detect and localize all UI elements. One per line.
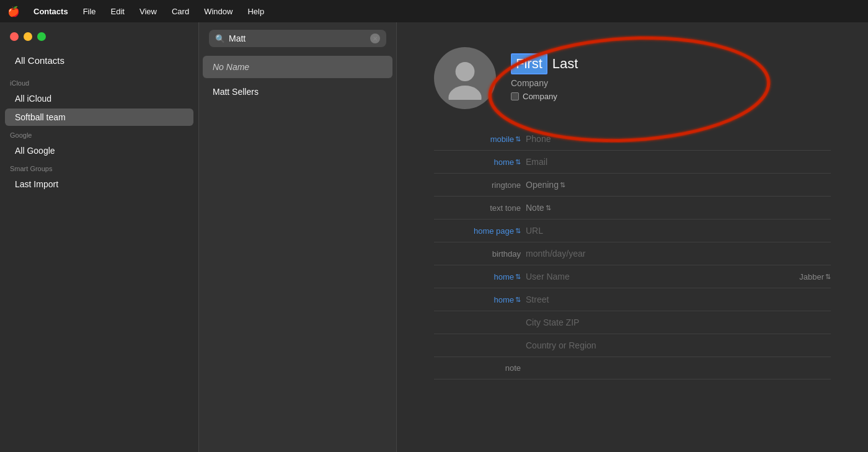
sidebar-section-smart-groups: Smart Groups [0, 160, 198, 175]
jabber-username-value[interactable]: User Name [526, 272, 794, 281]
company-checkbox[interactable] [511, 92, 519, 100]
street-stepper[interactable]: ⇅ [515, 296, 521, 304]
street-label[interactable]: home ⇅ [434, 295, 521, 304]
email-value[interactable]: Email [526, 157, 831, 167]
ringtone-dropdown-arrow: ⇅ [560, 181, 565, 189]
close-button[interactable] [10, 32, 19, 41]
form-section: mobile ⇅ Phone home ⇅ Email ringtone [434, 128, 831, 379]
email-label[interactable]: home ⇅ [434, 157, 521, 167]
jabber-label[interactable]: home ⇅ [434, 272, 521, 281]
search-wrapper: 🔍 ✕ [209, 30, 386, 47]
field-row-text-tone: text tone Note ⇅ [434, 197, 831, 219]
field-row-email: home ⇅ Email [434, 151, 831, 174]
sidebar: All Contacts iCloud All iCloud Softball … [0, 22, 198, 452]
field-row-phone: mobile ⇅ Phone [434, 128, 831, 151]
menu-card[interactable]: Card [166, 4, 195, 19]
contact-list-panel: 🔍 ✕ No Name Matt Sellers [198, 22, 397, 452]
contact-list-item-matt-sellers[interactable]: Matt Sellers [203, 81, 392, 103]
sidebar-item-softball-team[interactable]: Softball team [5, 109, 193, 126]
text-tone-dropdown-arrow: ⇅ [546, 204, 551, 212]
traffic-lights [0, 32, 198, 51]
menu-window[interactable]: Window [198, 4, 239, 19]
detail-panel: First Last Company Company mobile ⇅ Phon… [397, 22, 868, 452]
company-checkbox-row: Company [511, 92, 578, 101]
last-name-field[interactable]: Last [552, 56, 578, 72]
email-stepper[interactable]: ⇅ [515, 158, 521, 166]
menubar: 🍎 Contacts File Edit View Card Window He… [0, 0, 868, 22]
contact-list-item-no-name[interactable]: No Name [203, 56, 392, 78]
text-tone-value[interactable]: Note ⇅ [526, 203, 831, 213]
home-page-value[interactable]: URL [526, 226, 831, 236]
field-row-birthday: birthday month/day/year [434, 242, 831, 265]
jabber-service-label[interactable]: Jabber ⇅ [799, 272, 831, 281]
field-row-jabber: home ⇅ User Name Jabber ⇅ [434, 265, 831, 288]
field-row-city: City State ZIP [434, 311, 831, 334]
field-row-country: Country or Region [434, 334, 831, 357]
contact-name-section: First Last Company Company [511, 47, 578, 101]
sidebar-item-all-google[interactable]: All Google [5, 142, 193, 159]
city-value[interactable]: City State ZIP [526, 317, 831, 327]
avatar [434, 47, 496, 109]
birthday-label: birthday [434, 249, 521, 259]
maximize-button[interactable] [37, 32, 46, 41]
minimize-button[interactable] [24, 32, 32, 41]
street-value[interactable]: Street [526, 295, 831, 304]
ringtone-value[interactable]: Opening ⇅ [526, 180, 831, 190]
apple-menu[interactable]: 🍎 [7, 6, 20, 17]
menu-file[interactable]: File [77, 4, 102, 19]
field-row-street: home ⇅ Street [434, 288, 831, 311]
field-row-ringtone: ringtone Opening ⇅ [434, 174, 831, 197]
sidebar-section-icloud: iCloud [0, 74, 198, 89]
search-icon: 🔍 [215, 34, 225, 43]
sidebar-item-all-icloud[interactable]: All iCloud [5, 90, 193, 107]
note-label: note [434, 363, 521, 373]
field-row-note: note [434, 357, 831, 379]
phone-value[interactable]: Phone [526, 134, 831, 144]
ringtone-label: ringtone [434, 180, 521, 190]
search-clear-button[interactable]: ✕ [370, 33, 380, 43]
avatar-icon [443, 56, 487, 100]
menu-view[interactable]: View [133, 4, 163, 19]
jabber-stepper[interactable]: ⇅ [515, 273, 521, 281]
jabber-dropdown-arrow: ⇅ [825, 273, 831, 281]
birthday-value[interactable]: month/day/year [526, 249, 831, 259]
app-container: All Contacts iCloud All iCloud Softball … [0, 22, 868, 452]
name-row: First Last [511, 53, 578, 74]
home-page-label[interactable]: home page ⇅ [434, 226, 521, 236]
sidebar-section-google: Google [0, 126, 198, 141]
svg-point-1 [456, 62, 475, 81]
search-bar: 🔍 ✕ [199, 22, 396, 55]
first-name-field[interactable]: First [511, 53, 547, 74]
company-field[interactable]: Company [511, 78, 578, 88]
company-checkbox-label: Company [523, 92, 557, 101]
menu-contacts[interactable]: Contacts [27, 4, 74, 19]
field-row-home-page: home page ⇅ URL [434, 219, 831, 242]
phone-label[interactable]: mobile ⇅ [434, 135, 521, 144]
phone-stepper[interactable]: ⇅ [515, 135, 521, 143]
sidebar-item-all-contacts[interactable]: All Contacts [5, 51, 193, 69]
country-value[interactable]: Country or Region [526, 340, 831, 350]
home-page-stepper[interactable]: ⇅ [515, 227, 521, 235]
menu-help[interactable]: Help [241, 4, 270, 19]
svg-point-2 [448, 86, 481, 100]
menu-edit[interactable]: Edit [105, 4, 131, 19]
text-tone-label: text tone [434, 203, 521, 213]
sidebar-item-last-import[interactable]: Last Import [5, 175, 193, 193]
search-input[interactable] [229, 33, 366, 43]
contact-header: First Last Company Company [434, 47, 831, 109]
